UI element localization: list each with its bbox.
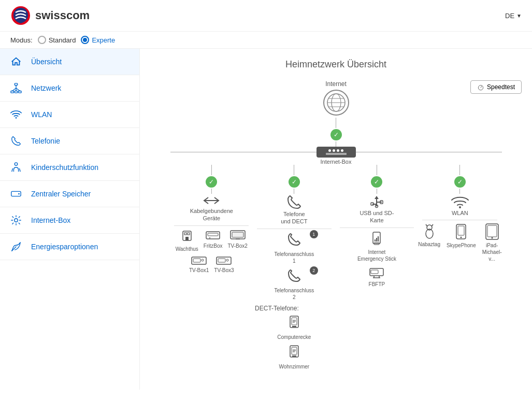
branch-usb-sd: ✓ USB und SD-Ka (336, 165, 419, 370)
storage-icon (10, 188, 24, 200)
main-content: Heimnetzwerk Übersicht Speedtest Interne… (140, 49, 532, 390)
svg-rect-44 (292, 356, 296, 357)
speedtest-label: Speedtest (487, 83, 515, 91)
nabaztag-icon (423, 223, 436, 239)
speedtest-button[interactable]: Speedtest (470, 80, 522, 94)
device-nabaztag[interactable]: Nabaztag (418, 223, 440, 262)
svg-point-11 (18, 193, 20, 195)
svg-rect-23 (188, 233, 190, 235)
mode-standard-radio[interactable] (38, 36, 46, 44)
svg-rect-33 (217, 257, 231, 264)
language-selector[interactable]: DE ▼ (505, 12, 522, 20)
check-badge-kabel: ✓ (206, 176, 217, 188)
sidebar-item-kinderschutz[interactable]: Kinderschutzfunktion (0, 154, 139, 181)
svg-rect-34 (218, 259, 225, 262)
svg-point-12 (15, 219, 18, 222)
device-tvbox2[interactable]: TV-Box2 (227, 229, 247, 252)
home-icon (10, 56, 24, 67)
router-dots (328, 149, 343, 152)
svg-rect-30 (192, 257, 206, 264)
svg-point-32 (202, 259, 204, 261)
kabel-devices-row2: TV-Box1 TV-Box3 (189, 257, 234, 274)
fbftp-icon (369, 267, 384, 279)
usb-label: USB und SD-Karte (360, 209, 394, 224)
skypephone-icon (455, 223, 467, 240)
device-wachthus[interactable]: Wachthus (176, 229, 198, 252)
device-skypephone[interactable]: SkypePhone (447, 223, 476, 262)
emergency-stick-label: InternetEmergency Stick (357, 249, 396, 262)
phone-handset-icon (286, 194, 303, 210)
sidebar-label-netzwerk: Netzwerk (31, 84, 61, 92)
sidebar-label-telefonie: Telefonie (31, 137, 60, 145)
gear-icon (10, 215, 24, 226)
sidebar-item-netzwerk[interactable]: Netzwerk (0, 75, 139, 102)
svg-point-26 (209, 237, 210, 238)
svg-point-69 (461, 237, 462, 238)
svg-rect-1 (15, 83, 18, 86)
svg-rect-3 (19, 91, 22, 93)
sidebar-item-uebersicht[interactable]: Übersicht (0, 49, 139, 75)
v-line-tel (294, 165, 294, 175)
device-tel1[interactable]: 1 Telefonanschluss 1 (274, 232, 315, 264)
phone-icon (10, 135, 24, 147)
device-tvbox3[interactable]: TV-Box3 (214, 257, 234, 274)
device-emergency-stick[interactable]: InternetEmergency Stick (357, 231, 396, 262)
internet-label: Internet (325, 80, 347, 88)
network-diagram: Speedtest Internet ✓ (150, 80, 522, 370)
svg-rect-2 (11, 91, 14, 93)
device-computerecke[interactable]: Computerecke (277, 315, 311, 340)
device-wohnzimmer[interactable]: Wohnzimmer (279, 345, 309, 370)
sidebar-item-wlan[interactable]: WLAN (0, 102, 139, 128)
sidebar-item-internetbox[interactable]: Internet-Box (0, 207, 139, 234)
device-ipad[interactable]: iPad-Michael-v... (482, 223, 502, 262)
globe-icon (323, 90, 349, 116)
sidebar-label-energie: Energiesparoptionen (31, 243, 98, 251)
lang-dropdown-arrow: ▼ (516, 13, 522, 19)
tel2-icon (287, 268, 301, 285)
tvbox1-icon (191, 257, 207, 265)
mode-experte[interactable]: Experte (81, 36, 115, 44)
device-fbftp[interactable]: FBFTP (369, 267, 385, 288)
device-fritzbox[interactable]: FritzBox (204, 229, 223, 252)
svg-rect-22 (184, 233, 186, 235)
svg-rect-68 (458, 226, 464, 235)
ipad-label: iPad-Michael-v... (482, 242, 502, 262)
fritzbox-label: FritzBox (204, 243, 223, 249)
v-line-usb2 (377, 189, 377, 194)
svg-rect-24 (206, 232, 220, 239)
internet-box-label: Internet-Box (321, 159, 352, 165)
sidebar-item-speicher[interactable]: Zentraler Speicher (0, 181, 139, 207)
tel1-label: Telefonanschluss 1 (274, 251, 315, 264)
sidebar-item-energie[interactable]: Energiesparoptionen (0, 234, 139, 260)
tvbox3-label: TV-Box3 (214, 267, 234, 274)
skypephone-label: SkypePhone (447, 242, 476, 249)
speedtest-icon (477, 83, 484, 91)
device-tel2[interactable]: 2 Telefonanschluss 2 (274, 268, 315, 301)
dect-section-label: DECT-Telefone: (253, 305, 336, 312)
mode-experte-radio[interactable] (81, 36, 89, 44)
sidebar-label-internetbox: Internet-Box (31, 216, 70, 224)
device-tvbox1[interactable]: TV-Box1 (189, 257, 209, 274)
svg-rect-38 (292, 326, 296, 327)
lang-label: DE (505, 12, 514, 20)
svg-point-8 (16, 117, 17, 119)
divider-kabel (174, 225, 249, 226)
v-line-kabel (211, 165, 212, 175)
mode-standard[interactable]: Standard (38, 36, 76, 44)
svg-rect-21 (185, 237, 189, 240)
mode-label: Modus: (10, 36, 33, 44)
svg-line-7 (16, 88, 20, 91)
divider-usb (340, 228, 414, 228)
sidebar-item-telefonie[interactable]: Telefonie (0, 128, 139, 154)
sidebar: Übersicht Netzwerk WLAN Telefonie Kinder (0, 49, 140, 390)
sidebar-label-uebersicht: Übersicht (31, 58, 62, 66)
leaf-icon (10, 241, 24, 252)
child-icon (10, 162, 24, 173)
tvbox2-icon (230, 229, 246, 240)
mode-standard-label: Standard (49, 36, 76, 44)
check-badge-tel: ✓ (289, 176, 300, 188)
router-bar (326, 153, 347, 155)
wifi-icon (10, 109, 24, 120)
svg-rect-57 (378, 236, 379, 241)
line-check-to-router (336, 141, 336, 147)
